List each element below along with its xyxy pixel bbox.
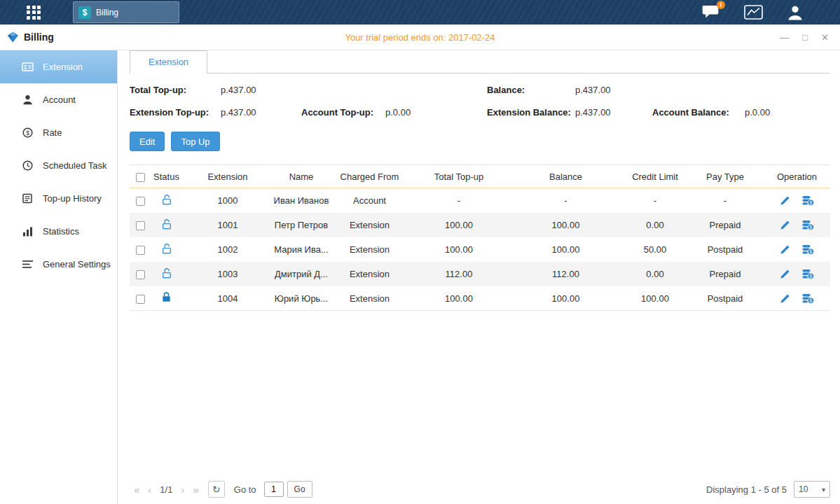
goto-label: Go to <box>234 484 256 495</box>
edit-button[interactable]: Edit <box>130 132 165 151</box>
header-balance: Balance <box>508 172 624 182</box>
displaying-text: Displaying 1 - 5 of 5 <box>706 484 787 495</box>
sidebar-item-extension[interactable]: Extension <box>0 50 117 83</box>
top-up-coins-icon[interactable]: $ <box>802 220 814 230</box>
close-button[interactable]: ✕ <box>821 33 829 42</box>
credit-limit-cell: 0.00 <box>624 269 687 279</box>
extension-cell: 1004 <box>182 293 273 304</box>
balance-summary: Total Top-up: p.437.00 Balance: p.437.00… <box>130 85 830 118</box>
extension-icon <box>21 62 34 72</box>
pay-type-cell: Postpaid <box>687 244 764 255</box>
name-cell: Иван Иванов <box>273 195 329 206</box>
edit-pencil-icon[interactable] <box>780 269 790 279</box>
edit-pencil-icon[interactable] <box>780 220 790 230</box>
row-checkbox[interactable] <box>136 246 145 255</box>
total-topup-cell: 100.00 <box>410 244 508 255</box>
edit-pencil-icon[interactable] <box>780 293 790 304</box>
user-account-icon[interactable] <box>787 5 804 20</box>
balance-cell: 100.00 <box>508 293 624 304</box>
credit-limit-cell: - <box>624 195 687 206</box>
total-topup-cell: 100.00 <box>410 293 508 304</box>
extension-topup-label: Extension Top-up: <box>130 107 221 118</box>
notifications-icon[interactable]: ! <box>702 5 720 20</box>
sidebar-item-account[interactable]: Account <box>0 83 117 116</box>
table-header-row: Status Extension Name Charged From Total… <box>130 165 830 188</box>
charged-from-cell: Extension <box>329 293 410 304</box>
top-up-button[interactable]: Top Up <box>171 132 219 151</box>
name-cell: Петр Петров <box>273 220 329 230</box>
account-person-icon <box>21 94 34 105</box>
bar-chart-icon <box>21 227 34 237</box>
extension-topup-value: p.437.00 <box>221 107 301 118</box>
top-up-coins-icon[interactable]: $ <box>802 195 814 206</box>
settings-lines-icon <box>21 260 34 269</box>
extension-balance-label: Extension Balance: <box>487 107 575 118</box>
total-topup-cell: 100.00 <box>410 220 508 230</box>
first-page-icon[interactable]: « <box>130 484 144 496</box>
app-launcher-grid-icon[interactable] <box>27 6 41 20</box>
rate-coin-icon: $ <box>21 127 34 138</box>
extension-cell: 1003 <box>182 269 273 279</box>
spacer <box>652 85 745 95</box>
next-page-icon[interactable]: › <box>177 484 188 496</box>
trial-notice: Your trial period ends on: 2017-02-24 <box>0 32 840 43</box>
go-button[interactable]: Go <box>287 481 312 498</box>
row-checkbox[interactable] <box>136 221 145 230</box>
status-unlocked-icon <box>162 270 172 281</box>
sidebar: Extension Account $ Rate Scheduled Task … <box>0 50 118 504</box>
sidebar-item-statistics[interactable]: Statistics <box>0 215 117 248</box>
notification-badge: ! <box>717 1 725 9</box>
select-all-checkbox[interactable] <box>136 173 145 182</box>
charged-from-cell: Extension <box>329 220 410 230</box>
refresh-icon[interactable]: ↻ <box>208 481 225 498</box>
goto-page-input[interactable] <box>264 482 284 497</box>
tab-extension[interactable]: Extension <box>130 50 207 74</box>
table-row: 1001 Петр Петров Extension 100.00 100.00… <box>130 213 830 237</box>
header-charged-from: Charged From <box>329 172 410 182</box>
sidebar-item-topup-history[interactable]: Top-up History <box>0 182 117 215</box>
billing-app-tab[interactable]: $ Billing <box>73 1 179 23</box>
row-checkbox[interactable] <box>136 295 145 304</box>
sidebar-item-scheduled-task[interactable]: Scheduled Task <box>0 149 117 182</box>
top-up-coins-icon[interactable]: $ <box>802 244 814 255</box>
prev-page-icon[interactable]: ‹ <box>144 484 156 496</box>
top-up-coins-icon[interactable]: $ <box>802 269 814 279</box>
balance-cell: - <box>508 195 624 206</box>
header-status: Status <box>151 172 182 182</box>
charged-from-cell: Extension <box>329 269 410 279</box>
balance-cell: 100.00 <box>508 220 624 230</box>
top-navigation-bar: $ Billing ! <box>0 0 840 24</box>
pay-type-cell: Postpaid <box>687 293 764 304</box>
status-locked-icon <box>162 294 171 304</box>
sidebar-item-label: Statistics <box>43 226 79 237</box>
extension-balance-value: p.437.00 <box>575 107 652 118</box>
extensions-table: Status Extension Name Charged From Total… <box>130 164 830 311</box>
sidebar-item-label: Scheduled Task <box>43 160 107 171</box>
billing-tab-label: Billing <box>96 8 118 18</box>
sidebar-item-general-settings[interactable]: General Settings <box>0 248 117 281</box>
total-topup-value: p.437.00 <box>221 85 301 95</box>
top-up-coins-icon[interactable]: $ <box>802 293 814 304</box>
maximize-button[interactable]: □ <box>802 33 808 42</box>
minimize-button[interactable]: — <box>780 33 789 42</box>
extension-cell: 1001 <box>182 220 273 230</box>
row-checkbox[interactable] <box>136 197 145 206</box>
balance-value: p.437.00 <box>575 85 652 95</box>
statistics-chart-icon[interactable] <box>744 5 763 20</box>
row-checkbox[interactable] <box>136 270 145 279</box>
header-name: Name <box>273 172 329 182</box>
sidebar-item-rate[interactable]: $ Rate <box>0 116 117 149</box>
window-title: Billing <box>24 31 54 43</box>
sidebar-item-label: Extension <box>43 62 83 72</box>
last-page-icon[interactable]: » <box>188 484 202 496</box>
status-unlocked-icon <box>162 197 172 207</box>
edit-pencil-icon[interactable] <box>780 195 790 206</box>
credit-limit-cell: 100.00 <box>624 293 687 304</box>
table-row: 1000 Иван Иванов Account - - - - $ <box>130 188 830 213</box>
account-topup-value: p.0.00 <box>385 107 487 118</box>
charged-from-cell: Account <box>329 195 410 206</box>
page-size-select[interactable]: 10 ▾ <box>794 481 830 498</box>
spacer <box>385 85 487 95</box>
svg-text:$: $ <box>810 274 813 279</box>
edit-pencil-icon[interactable] <box>780 244 790 255</box>
